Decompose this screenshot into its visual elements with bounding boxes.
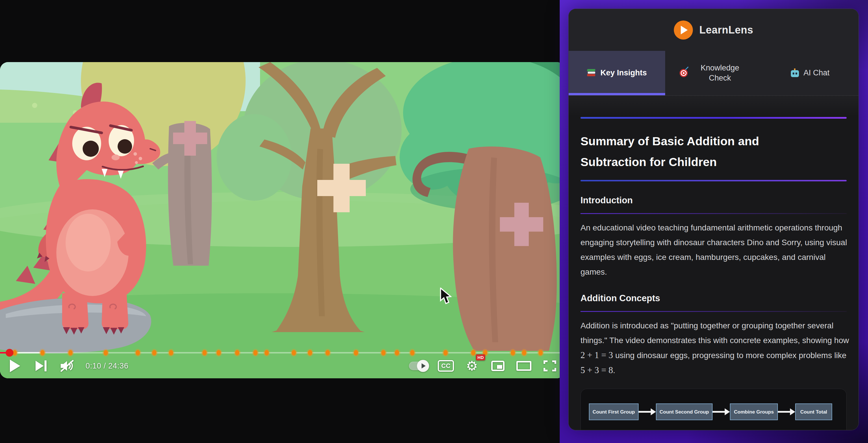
section-heading-addition-concepts: Addition Concepts — [581, 293, 847, 304]
captions-button[interactable]: CC — [438, 358, 453, 373]
cartoon-video-scene — [0, 62, 565, 378]
muted-speaker-icon — [60, 359, 74, 372]
playhead-dot[interactable] — [6, 349, 13, 357]
screen: 0:10 / 24:36 CC ⚙ HD — [0, 0, 868, 443]
chapter-marker-dot — [253, 350, 257, 355]
addition-steps-flowchart: Count First Group Count Second Group Com… — [581, 389, 847, 430]
gear-icon: ⚙ — [466, 359, 477, 373]
player-controls: 0:10 / 24:36 CC ⚙ HD — [7, 357, 557, 374]
key-insights-content: Summary of Basic Addition and Subtractio… — [569, 96, 859, 430]
miniplayer-icon — [491, 361, 504, 371]
play-button[interactable] — [7, 358, 23, 373]
section-heading-introduction: Introduction — [581, 195, 847, 205]
chapter-marker-dot — [216, 350, 221, 355]
chapter-marker-dot — [381, 350, 386, 355]
app-name: LearnLens — [699, 24, 753, 36]
flow-step: Count Second Group — [656, 404, 713, 420]
chapter-marker-dot — [471, 350, 475, 355]
progress-track — [0, 352, 565, 353]
chapter-marker-dot — [40, 350, 44, 355]
chapter-marker-dot — [395, 350, 399, 355]
autoplay-toggle[interactable] — [409, 361, 427, 370]
chapter-marker-dot — [235, 350, 240, 355]
theater-button[interactable] — [516, 358, 531, 373]
fullscreen-button[interactable] — [542, 358, 557, 373]
chapter-marker-dot — [103, 350, 108, 355]
chapter-marker-dot — [410, 350, 415, 355]
chapter-marker-dot — [265, 350, 269, 355]
play-icon — [10, 359, 20, 372]
learnlens-panel: LearnLens Key Insights Knowledge Check A… — [568, 9, 859, 430]
chapter-marker-dot — [291, 350, 296, 355]
chapter-marker-dot — [136, 350, 140, 355]
time-display: 0:10 / 24:36 — [86, 361, 129, 371]
chapter-marker-dot — [326, 350, 330, 355]
addition-concepts-paragraph: Addition is introduced as "putting toget… — [581, 318, 852, 378]
chapter-marker-dot — [538, 350, 542, 355]
chapter-marker-dot — [443, 350, 448, 355]
panel-header: LearnLens — [569, 9, 859, 51]
tab-ai-chat[interactable]: AI Chat — [762, 51, 859, 95]
tab-knowledge-check[interactable]: Knowledge Check — [665, 51, 762, 95]
miniplayer-button[interactable] — [490, 358, 505, 373]
flow-step: Count First Group — [589, 404, 639, 420]
flow-step: Combine Groups — [730, 404, 778, 420]
arrow-right-icon — [778, 408, 795, 415]
mute-button[interactable] — [60, 358, 74, 373]
chapter-marker-dot — [152, 350, 156, 355]
flow-step: Count Total — [795, 404, 832, 420]
cc-icon: CC — [438, 360, 454, 372]
autoplay-knob — [417, 360, 429, 372]
next-button[interactable] — [33, 358, 49, 373]
books-icon — [587, 69, 596, 77]
robot-icon — [791, 70, 799, 77]
panel-backdrop: LearnLens Key Insights Knowledge Check A… — [560, 0, 868, 443]
chapter-marker-dot — [354, 350, 358, 355]
fullscreen-icon — [543, 360, 557, 372]
learnlens-logo-icon — [674, 21, 693, 39]
chapter-marker-dot — [68, 350, 73, 355]
introduction-paragraph: An educational video teaching fundamenta… — [581, 220, 852, 279]
arrow-right-icon — [639, 408, 656, 415]
chapter-marker-dot — [522, 350, 526, 355]
hd-badge: HD — [476, 354, 485, 360]
chapter-marker-dot — [169, 350, 174, 355]
chapter-marker-dot — [308, 350, 312, 355]
tab-bar: Key Insights Knowledge Check AI Chat — [569, 51, 859, 96]
summary-title: Summary of Basic Addition and Subtractio… — [581, 131, 800, 172]
arrow-right-icon — [713, 408, 730, 415]
math-expression: 5 + 3 = 8 — [581, 365, 613, 375]
next-icon — [35, 360, 46, 371]
gradient-divider-under-title — [581, 180, 847, 181]
math-expression: 2 + 1 = 3 — [581, 350, 613, 360]
section-rule — [581, 311, 847, 312]
section-rule — [581, 213, 847, 214]
tab-key-insights[interactable]: Key Insights — [569, 51, 665, 95]
chapter-marker-dot — [202, 350, 207, 355]
target-icon — [680, 69, 688, 77]
settings-button[interactable]: ⚙ HD — [464, 358, 479, 373]
chapter-marker-dot — [511, 350, 515, 355]
theater-icon — [516, 361, 531, 371]
gradient-divider-top — [581, 117, 847, 119]
video-player[interactable]: 0:10 / 24:36 CC ⚙ HD — [0, 62, 565, 378]
